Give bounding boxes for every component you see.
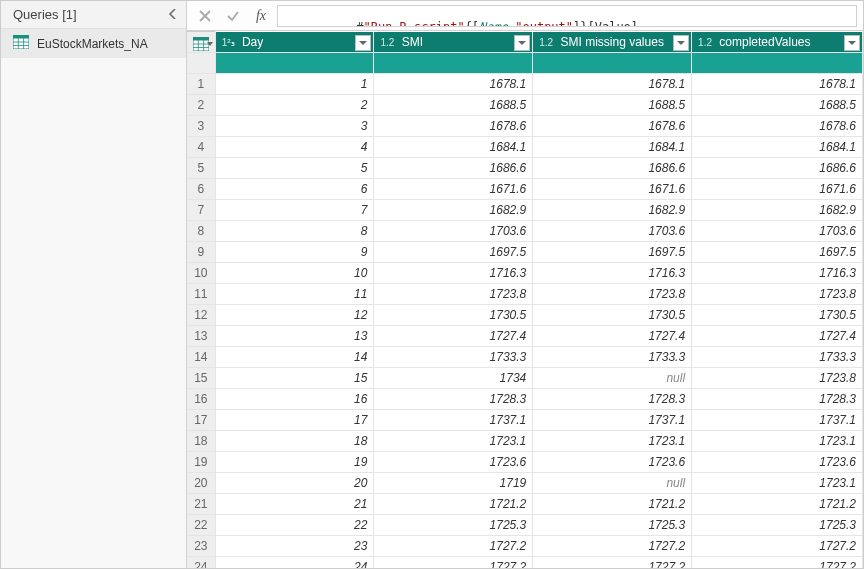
row-number[interactable]: 2	[187, 95, 215, 116]
row-number[interactable]: 9	[187, 242, 215, 263]
table-row[interactable]: 18181723.11723.11723.1	[187, 431, 863, 452]
row-number[interactable]: 19	[187, 452, 215, 473]
row-number[interactable]: 6	[187, 179, 215, 200]
cell-smi[interactable]: 1727.4	[374, 326, 533, 347]
table-row[interactable]: 331678.61678.61678.6	[187, 116, 863, 137]
cell-completed[interactable]: 1727.4	[692, 326, 863, 347]
cell-day[interactable]: 8	[215, 221, 374, 242]
cell-smi-missing[interactable]: 1682.9	[533, 200, 692, 221]
cell-day[interactable]: 14	[215, 347, 374, 368]
table-row[interactable]: 111678.11678.11678.1	[187, 74, 863, 95]
cell-smi-missing[interactable]: 1684.1	[533, 137, 692, 158]
cell-day[interactable]: 5	[215, 158, 374, 179]
cell-smi-missing[interactable]: 1723.8	[533, 284, 692, 305]
cell-smi[interactable]: 1727.2	[374, 536, 533, 557]
cell-day[interactable]: 7	[215, 200, 374, 221]
cell-completed[interactable]: 1703.6	[692, 221, 863, 242]
cell-completed[interactable]: 1728.3	[692, 389, 863, 410]
cell-day[interactable]: 18	[215, 431, 374, 452]
cell-smi[interactable]: 1723.8	[374, 284, 533, 305]
cell-smi-missing[interactable]: 1733.3	[533, 347, 692, 368]
cell-day[interactable]: 2	[215, 95, 374, 116]
column-header-smi-missing[interactable]: 1.2 SMI missing values	[533, 32, 692, 53]
cell-completed[interactable]: 1727.2	[692, 536, 863, 557]
cell-day[interactable]: 3	[215, 116, 374, 137]
cell-completed[interactable]: 1716.3	[692, 263, 863, 284]
table-row[interactable]: 441684.11684.11684.1	[187, 137, 863, 158]
cell-completed[interactable]: 1723.8	[692, 284, 863, 305]
column-filter-button[interactable]	[355, 35, 371, 51]
cell-completed[interactable]: 1723.1	[692, 431, 863, 452]
cell-smi-missing[interactable]: 1688.5	[533, 95, 692, 116]
cell-smi[interactable]: 1716.3	[374, 263, 533, 284]
cell-smi-missing[interactable]: 1703.6	[533, 221, 692, 242]
table-row[interactable]: 16161728.31728.31728.3	[187, 389, 863, 410]
cell-day[interactable]: 6	[215, 179, 374, 200]
row-number[interactable]: 22	[187, 515, 215, 536]
cell-completed[interactable]: 1686.6	[692, 158, 863, 179]
cell-smi[interactable]: 1678.1	[374, 74, 533, 95]
table-row[interactable]: 20201719null1723.1	[187, 473, 863, 494]
cell-completed[interactable]: 1682.9	[692, 200, 863, 221]
cell-completed[interactable]: 1688.5	[692, 95, 863, 116]
cancel-formula-button[interactable]	[193, 5, 217, 27]
cell-completed[interactable]: 1723.6	[692, 452, 863, 473]
table-row[interactable]: 771682.91682.91682.9	[187, 200, 863, 221]
cell-smi[interactable]: 1737.1	[374, 410, 533, 431]
cell-completed[interactable]: 1671.6	[692, 179, 863, 200]
table-row[interactable]: 13131727.41727.41727.4	[187, 326, 863, 347]
table-row[interactable]: 17171737.11737.11737.1	[187, 410, 863, 431]
cell-smi-missing[interactable]: 1737.1	[533, 410, 692, 431]
cell-day[interactable]: 16	[215, 389, 374, 410]
table-row[interactable]: 10101716.31716.31716.3	[187, 263, 863, 284]
cell-day[interactable]: 1	[215, 74, 374, 95]
cell-smi-missing[interactable]: 1678.6	[533, 116, 692, 137]
cell-smi-missing[interactable]: 1671.6	[533, 179, 692, 200]
row-number[interactable]: 21	[187, 494, 215, 515]
cell-day[interactable]: 20	[215, 473, 374, 494]
row-number[interactable]: 11	[187, 284, 215, 305]
cell-smi-missing[interactable]: null	[533, 368, 692, 389]
cell-day[interactable]: 11	[215, 284, 374, 305]
column-filter-button[interactable]	[844, 35, 860, 51]
table-row[interactable]: 12121730.51730.51730.5	[187, 305, 863, 326]
row-number[interactable]: 4	[187, 137, 215, 158]
table-row[interactable]: 551686.61686.61686.6	[187, 158, 863, 179]
data-grid[interactable]: 1²₃ Day 1.2 SMI	[187, 31, 863, 568]
table-row[interactable]: 881703.61703.61703.6	[187, 221, 863, 242]
row-number[interactable]: 1	[187, 74, 215, 95]
table-row[interactable]: 14141733.31733.31733.3	[187, 347, 863, 368]
row-number[interactable]: 24	[187, 557, 215, 569]
collapse-panel-icon[interactable]	[168, 8, 178, 22]
table-row[interactable]: 991697.51697.51697.5	[187, 242, 863, 263]
row-number[interactable]: 16	[187, 389, 215, 410]
cell-smi[interactable]: 1697.5	[374, 242, 533, 263]
row-number[interactable]: 14	[187, 347, 215, 368]
cell-day[interactable]: 13	[215, 326, 374, 347]
cell-smi[interactable]: 1734	[374, 368, 533, 389]
cell-completed[interactable]: 1723.8	[692, 368, 863, 389]
cell-completed[interactable]: 1678.1	[692, 74, 863, 95]
cell-smi-missing[interactable]: 1727.4	[533, 326, 692, 347]
table-row[interactable]: 661671.61671.61671.6	[187, 179, 863, 200]
cell-day[interactable]: 23	[215, 536, 374, 557]
cell-completed[interactable]: 1733.3	[692, 347, 863, 368]
cell-smi-missing[interactable]: null	[533, 473, 692, 494]
cell-smi-missing[interactable]: 1716.3	[533, 263, 692, 284]
cell-completed[interactable]: 1723.1	[692, 473, 863, 494]
cell-smi[interactable]: 1688.5	[374, 95, 533, 116]
column-filter-button[interactable]	[514, 35, 530, 51]
row-number[interactable]: 17	[187, 410, 215, 431]
formula-input[interactable]: = #"Run R script"{[Name="output"]}[Value…	[277, 5, 857, 27]
cell-smi[interactable]: 1721.2	[374, 494, 533, 515]
cell-completed[interactable]: 1730.5	[692, 305, 863, 326]
column-header-day[interactable]: 1²₃ Day	[215, 32, 374, 53]
cell-smi-missing[interactable]: 1723.6	[533, 452, 692, 473]
cell-smi[interactable]: 1703.6	[374, 221, 533, 242]
row-number[interactable]: 3	[187, 116, 215, 137]
cell-completed[interactable]: 1721.2	[692, 494, 863, 515]
cell-smi[interactable]: 1684.1	[374, 137, 533, 158]
cell-completed[interactable]: 1684.1	[692, 137, 863, 158]
cell-smi[interactable]: 1723.6	[374, 452, 533, 473]
table-row[interactable]: 24241727.21727.21727.2	[187, 557, 863, 569]
